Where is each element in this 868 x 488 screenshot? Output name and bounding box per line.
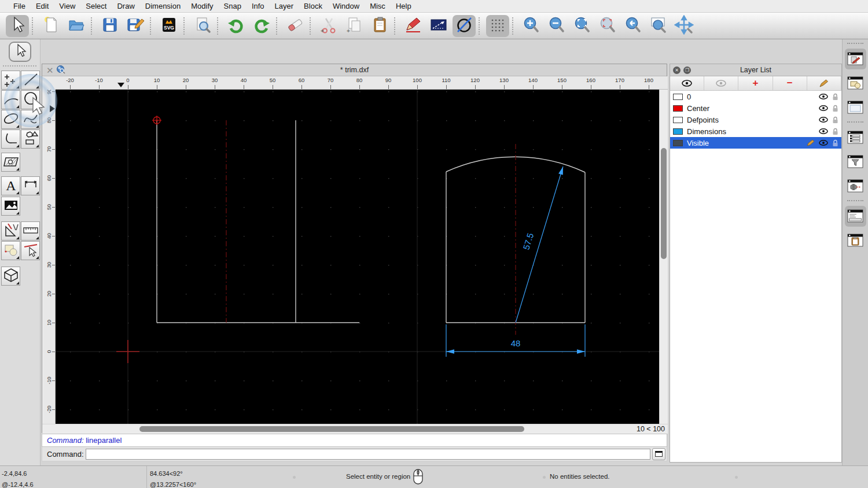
qcad-window: { "menubar": {"items": ["File","Edit","V… (0, 0, 868, 488)
remove-layer-button[interactable]: − (773, 76, 807, 90)
dock-drag-handle[interactable] (847, 43, 863, 44)
zoom-window-button[interactable] (647, 15, 670, 37)
circle-tool-button[interactable] (21, 90, 40, 109)
layer-visibility-eye-icon[interactable] (819, 128, 828, 134)
draft-mode-button[interactable] (453, 15, 476, 37)
svg-export-button[interactable]: SVG (157, 15, 181, 37)
vertical-scrollbar[interactable] (659, 90, 668, 424)
auto-zoom-button[interactable] (571, 15, 594, 37)
layer-lock-icon[interactable] (832, 105, 838, 112)
vertical-scroll-thumb[interactable] (661, 148, 667, 259)
layer-lock-icon[interactable] (832, 93, 838, 101)
undo-button[interactable] (225, 15, 248, 37)
dimension-tool-button[interactable] (21, 176, 40, 195)
line-tool-button[interactable] (21, 71, 40, 90)
dock-selection-filter-button[interactable] (845, 151, 866, 172)
new-file-button[interactable] (39, 15, 62, 37)
layer-lock-icon[interactable] (832, 116, 838, 124)
layer-visibility-eye-icon[interactable] (819, 105, 828, 111)
layer-row[interactable]: Dimensions (670, 125, 841, 137)
menu-item-layer[interactable]: Layer (270, 2, 299, 10)
palette-drag-handle[interactable] (3, 65, 36, 66)
menu-item-view[interactable]: View (54, 2, 80, 10)
menu-item-dimension[interactable]: Dimension (140, 2, 186, 10)
eraser-icon (286, 16, 304, 36)
grid-toggle-button[interactable] (486, 15, 509, 37)
menu-item-misc[interactable]: Misc (365, 2, 391, 10)
shapes-tool-button[interactable] (21, 130, 40, 149)
zoom-previous-button[interactable] (596, 15, 619, 37)
layer-color-swatch (673, 140, 683, 146)
edit-layer-button[interactable] (807, 76, 841, 90)
save-button[interactable] (98, 15, 122, 37)
ellipse-tool-button[interactable] (1, 110, 20, 129)
arc-tool-button[interactable] (1, 90, 20, 109)
layer-row[interactable]: Center (670, 102, 841, 114)
isometric-grid-button[interactable] (427, 15, 450, 37)
layer-edit-pencil-icon[interactable] (807, 139, 815, 146)
zoom-back-button[interactable] (621, 15, 645, 37)
print-preview-button[interactable] (191, 15, 214, 37)
menu-item-select[interactable]: Select (80, 2, 112, 10)
layer-visibility-eye-icon[interactable] (819, 94, 828, 99)
draw-pencil-button[interactable] (402, 15, 425, 37)
layer-lock-icon[interactable] (832, 128, 838, 135)
layer-row[interactable]: Visible (670, 137, 841, 149)
scissors-icon: + (319, 16, 338, 36)
ruler-tool-button[interactable] (21, 221, 40, 241)
polyline-tool-button[interactable] (1, 130, 20, 149)
copy-button[interactable]: + (343, 15, 366, 37)
zoom-in-button[interactable] (520, 15, 543, 37)
hide-all-layers-button[interactable] (704, 76, 738, 90)
zoom-out-button[interactable] (545, 15, 568, 37)
dock-block-list-button[interactable] (845, 73, 866, 94)
image-tool-button[interactable] (1, 197, 20, 216)
layer-row[interactable]: Defpoints (670, 114, 841, 125)
right-dock-bar (842, 39, 868, 465)
pan-icon (674, 15, 694, 37)
menu-item-draw[interactable]: Draw (112, 2, 139, 10)
redo-button[interactable] (250, 15, 273, 37)
open-file-button[interactable] (65, 15, 88, 37)
layer-visibility-eye-icon[interactable] (819, 140, 828, 146)
command-input[interactable] (86, 449, 650, 460)
menu-item-file[interactable]: File (8, 2, 31, 10)
layer-lock-icon[interactable] (832, 139, 838, 147)
menu-item-help[interactable]: Help (391, 2, 417, 10)
hatch-tool-button[interactable] (1, 153, 20, 172)
show-all-layers-button[interactable] (670, 76, 704, 90)
command-options-button[interactable] (652, 448, 665, 460)
eraser-button[interactable] (284, 15, 307, 37)
dock-layer-list-button[interactable] (845, 49, 866, 69)
cad-tools-button[interactable] (1, 221, 20, 241)
drawing-canvas[interactable]: 57.548 (56, 90, 659, 424)
order-tool-button[interactable] (1, 241, 20, 260)
dock-library-browser-button[interactable] (845, 97, 866, 118)
horizontal-scroll-thumb[interactable] (139, 426, 524, 432)
dock-property-editor-button[interactable] (845, 127, 866, 148)
menu-item-snap[interactable]: Snap (219, 2, 247, 10)
modify-trim-tool-button[interactable] (21, 241, 40, 260)
spline-tool-button[interactable] (21, 110, 40, 129)
layer-row[interactable]: 0 (670, 91, 841, 102)
dock-clipboard-button[interactable] (845, 230, 866, 251)
dock-snap-settings-button[interactable] (845, 176, 866, 197)
menu-item-block[interactable]: Block (299, 2, 328, 10)
menu-item-window[interactable]: Window (328, 2, 365, 10)
add-layer-button[interactable]: + (738, 76, 773, 90)
paste-button[interactable] (368, 15, 391, 37)
palette-select-button[interactable] (9, 42, 31, 62)
select-tool-button[interactable] (6, 15, 29, 37)
save-as-button[interactable] (124, 15, 147, 37)
menu-item-edit[interactable]: Edit (31, 2, 54, 10)
solid-tool-button[interactable] (1, 267, 20, 286)
points-tool-button[interactable] (1, 71, 20, 90)
menu-item-modify[interactable]: Modify (186, 2, 218, 10)
dock-command-line-button[interactable] (845, 206, 866, 227)
select-arrow-icon (9, 16, 26, 36)
cut-button[interactable]: + (317, 15, 340, 37)
layer-visibility-eye-icon[interactable] (819, 117, 828, 123)
menu-item-info[interactable]: Info (247, 2, 270, 10)
text-tool-button[interactable]: A (1, 176, 20, 195)
zoom-pan-button[interactable] (672, 15, 696, 37)
